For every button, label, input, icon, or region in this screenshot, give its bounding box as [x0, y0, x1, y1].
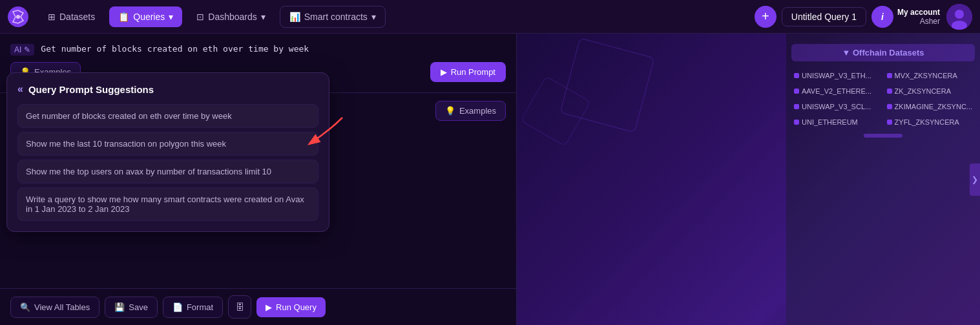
list-item[interactable]: UNISWAP_V3_SCL... [791, 100, 882, 113]
svg-point-1 [16, 15, 20, 19]
dataset-dot [794, 89, 799, 94]
list-item[interactable]: UNI_ETHEREUM [791, 116, 882, 129]
offchain-header: ▼ Offchain Datasets [791, 44, 975, 61]
suggestion-item-4[interactable]: Write a query to show me how many smart … [17, 187, 318, 221]
dataset-dot [794, 120, 799, 125]
smart-contracts-icon: 📊 [289, 12, 300, 22]
suggestion-item-1[interactable]: Get number of blocks created on eth over… [17, 104, 318, 128]
save-button[interactable]: 💾 Save [105, 297, 158, 318]
dataset-table: UNISWAP_V3_ETH... MVX_ZKSYNCERA AAVE_V2_… [791, 69, 975, 129]
suggestion-text-3: Show me the top users on avax by number … [26, 167, 271, 176]
suggestions-popup: « Query Prompt Suggestions Get number of… [6, 72, 329, 232]
dataset-name: MVX_ZKSYNCERA [895, 72, 957, 79]
scroll-bar [864, 134, 902, 138]
dataset-dot [887, 73, 892, 78]
queries-icon: 📋 [118, 12, 129, 22]
app-logo [8, 6, 28, 27]
top-nav: ⊞ Datasets 📋 Queries ▾ ⊡ Dashboards ▾ 📊 … [0, 0, 980, 34]
suggestion-text-1: Get number of blocks created on eth over… [26, 111, 232, 121]
list-item[interactable]: MVX_ZKSYNCERA [884, 69, 975, 82]
list-item[interactable]: ZKIMAGINE_ZKSYNC... [884, 100, 975, 113]
dataset-dot [887, 104, 892, 109]
query-title: Untitled Query 1 [782, 7, 866, 26]
dataset-name: ZK_ZKSYNCERA [895, 87, 951, 95]
right-panel: ▼ Offchain Datasets UNISWAP_V3_ETH... MV… [517, 34, 980, 325]
queries-label: Queries [133, 12, 165, 22]
view-tables-button[interactable]: 🔍 View All Tables [10, 297, 99, 318]
dataset-name: UNI_ETHEREUM [802, 118, 858, 126]
svg-point-3 [955, 10, 964, 19]
datasets-label: Datasets [59, 12, 95, 22]
dashboards-chevron-icon: ▾ [261, 12, 266, 22]
suggestion-item-2[interactable]: Show me the last 10 transaction on polyg… [17, 132, 318, 156]
history-icon: 🗄 [236, 302, 244, 312]
history-button[interactable]: 🗄 [228, 295, 251, 319]
add-new-button[interactable]: + [755, 6, 777, 28]
list-item[interactable]: AAVE_V2_ETHERE... [791, 85, 882, 98]
datasets-nav-button[interactable]: ⊞ Datasets [39, 6, 104, 27]
format-button[interactable]: 📄 Format [163, 297, 223, 318]
save-icon: 💾 [114, 302, 125, 312]
dataset-name: UNISWAP_V3_SCL... [802, 103, 871, 110]
suggestion-text-4: Write a query to show me how many smart … [26, 194, 304, 214]
list-item[interactable]: ZK_ZKSYNCERA [884, 85, 975, 98]
list-item[interactable]: ZYFL_ZKSYNCERA [884, 116, 975, 129]
run-query-button[interactable]: ▶ Run Query [256, 297, 326, 317]
smart-contracts-label: Smart contracts [304, 12, 368, 22]
user-profile-avatar[interactable] [946, 4, 972, 30]
dataset-name: AAVE_V2_ETHERE... [802, 87, 871, 95]
dataset-dot [887, 89, 892, 94]
scroll-indicator [791, 134, 975, 138]
suggestions-title: Query Prompt Suggestions [28, 84, 154, 95]
suggestion-item-3[interactable]: Show me the top users on avax by number … [17, 160, 318, 183]
dataset-dot [794, 73, 799, 78]
dataset-name: ZYFL_ZKSYNCERA [895, 118, 959, 126]
user-avatar-button[interactable]: i [871, 6, 893, 28]
datasets-icon: ⊞ [48, 12, 56, 22]
ai-prompt-text: Get number of blocks created on eth over… [41, 44, 506, 54]
queries-chevron-icon: ▾ [169, 12, 173, 22]
dataset-name: ZKIMAGINE_ZKSYNC... [895, 103, 972, 110]
bottom-toolbar: 🔍 View All Tables 💾 Save 📄 Format 🗄 ▶ Ru… [0, 288, 516, 325]
chevron-right-icon: ❯ [972, 175, 978, 184]
ai-input-row: AI ✎ Get number of blocks created on eth… [10, 44, 506, 56]
sql-examples-button[interactable]: 💡 Examples [435, 101, 506, 121]
edit-icon: ✎ [24, 45, 30, 54]
dashboards-icon: ⊡ [196, 12, 204, 22]
suggestions-header: « Query Prompt Suggestions [17, 83, 318, 95]
plus-icon: + [762, 9, 769, 24]
bulb-icon-sql: 💡 [445, 106, 455, 116]
smart-contracts-chevron-icon: ▾ [371, 12, 376, 22]
dataset-dot [887, 120, 892, 125]
dataset-name: UNISWAP_V3_ETH... [802, 72, 871, 79]
format-icon: 📄 [172, 302, 183, 312]
dataset-area: ▼ Offchain Datasets UNISWAP_V3_ETH... MV… [786, 34, 980, 325]
play-icon: ▶ [441, 67, 447, 77]
back-chevron-icon: « [17, 83, 23, 95]
dashboards-nav-button[interactable]: ⊡ Dashboards ▾ [187, 6, 275, 27]
run-icon: ▶ [266, 302, 272, 312]
smart-contracts-nav-button[interactable]: 📊 Smart contracts ▾ [280, 6, 386, 28]
user-section: i My account Asher [871, 4, 972, 30]
dataset-dot [794, 104, 799, 109]
suggestion-text-2: Show me the last 10 transaction on polyg… [26, 139, 226, 149]
list-item[interactable]: UNISWAP_V3_ETH... [791, 69, 882, 82]
collapse-panel-button[interactable]: ❯ [970, 163, 980, 196]
search-icon: 🔍 [20, 302, 30, 312]
ai-badge: AI ✎ [10, 44, 34, 56]
run-prompt-button[interactable]: ▶ Run Prompt [430, 62, 506, 82]
main-area: AI ✎ Get number of blocks created on eth… [0, 34, 980, 325]
queries-nav-button[interactable]: 📋 Queries ▾ [109, 6, 182, 27]
user-info: My account Asher [897, 8, 940, 26]
dashboards-label: Dashboards [208, 12, 257, 22]
